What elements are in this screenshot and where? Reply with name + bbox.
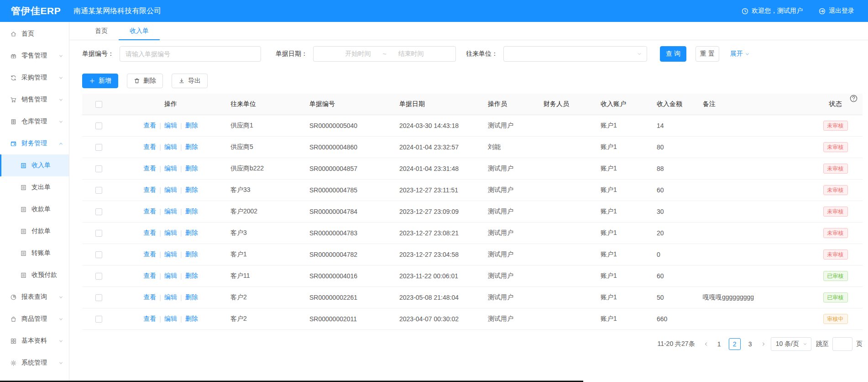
chevron-up-icon xyxy=(58,141,63,146)
action-divider: | xyxy=(159,251,161,258)
sidebar-item-expense[interactable]: 支出单 xyxy=(0,176,69,198)
cabinet-icon xyxy=(10,118,17,125)
row-checkbox[interactable] xyxy=(95,230,102,237)
row-checkbox[interactable] xyxy=(95,122,102,129)
counterpart-select[interactable] xyxy=(503,46,647,62)
action-divider: | xyxy=(159,315,161,323)
page-number-3[interactable]: 3 xyxy=(744,338,756,350)
jump-page-input[interactable] xyxy=(832,337,852,351)
row-action-view[interactable]: 查看 xyxy=(143,272,156,280)
row-action-view[interactable]: 查看 xyxy=(143,143,156,151)
date-label: 单据日期： xyxy=(276,50,308,58)
row-action-edit[interactable]: 编辑 xyxy=(164,250,177,259)
row-actions: 查看|编辑|删除 xyxy=(115,207,226,216)
row-checkbox[interactable] xyxy=(95,294,102,301)
cell-income-account: 账户1 xyxy=(596,315,652,323)
page-size-select[interactable]: 10 条/页 xyxy=(771,337,811,351)
action-divider: | xyxy=(180,165,182,172)
doc-icon xyxy=(20,228,27,235)
row-action-delete[interactable]: 删除 xyxy=(185,122,198,130)
date-separator: ~ xyxy=(382,50,386,58)
row-action-view[interactable]: 查看 xyxy=(143,250,156,259)
row-checkbox[interactable] xyxy=(95,187,102,194)
row-action-edit[interactable]: 编辑 xyxy=(164,293,177,302)
sidebar-item-receipt[interactable]: 收款单 xyxy=(0,198,69,220)
sidebar-item-warehouse[interactable]: 仓库管理 xyxy=(0,111,69,133)
row-action-delete[interactable]: 删除 xyxy=(185,315,198,323)
help-icon[interactable] xyxy=(849,94,858,103)
delete-button[interactable]: 删除 xyxy=(127,74,163,88)
row-action-view[interactable]: 查看 xyxy=(143,164,156,173)
bill-no-input[interactable] xyxy=(120,46,261,62)
cell-income-amount: 88 xyxy=(652,165,698,172)
row-action-delete[interactable]: 删除 xyxy=(185,207,198,216)
row-action-delete[interactable]: 删除 xyxy=(185,186,198,194)
row-action-view[interactable]: 查看 xyxy=(143,207,156,216)
sync-icon xyxy=(10,74,17,81)
tab-income[interactable]: 收入单 xyxy=(119,22,160,40)
sidebar-item-home[interactable]: 首页 xyxy=(0,23,69,45)
logout-button[interactable]: 退出登录 xyxy=(818,7,854,15)
row-action-edit[interactable]: 编辑 xyxy=(164,207,177,216)
row-action-edit[interactable]: 编辑 xyxy=(164,229,177,237)
row-checkbox[interactable] xyxy=(95,273,102,280)
row-action-edit[interactable]: 编辑 xyxy=(164,186,177,194)
row-action-view[interactable]: 查看 xyxy=(143,122,156,130)
sidebar-item-sales[interactable]: 销售管理 xyxy=(0,89,69,111)
row-action-edit[interactable]: 编辑 xyxy=(164,143,177,151)
select-all-checkbox[interactable] xyxy=(95,101,102,108)
row-action-delete[interactable]: 删除 xyxy=(185,164,198,173)
row-checkbox[interactable] xyxy=(95,144,102,151)
row-action-delete[interactable]: 删除 xyxy=(185,272,198,280)
sidebar-item-system[interactable]: 系统管理 xyxy=(0,352,69,374)
row-action-view[interactable]: 查看 xyxy=(143,293,156,302)
sidebar-item-finance[interactable]: 财务管理 xyxy=(0,133,69,154)
sidebar-item-prepaid[interactable]: 收预付款 xyxy=(0,264,69,286)
next-page-button[interactable] xyxy=(761,341,766,347)
row-action-view[interactable]: 查看 xyxy=(143,315,156,323)
date-end-placeholder[interactable]: 结束时间 xyxy=(398,50,424,58)
welcome-user[interactable]: 欢迎您，测试用户 xyxy=(741,7,803,15)
grid-icon xyxy=(10,338,17,345)
sidebar-item-transfer[interactable]: 转账单 xyxy=(0,242,69,264)
table-head: 操作往来单位单据编号单据日期操作员财务人员收入账户收入金额备注状态 xyxy=(82,94,863,115)
row-action-view[interactable]: 查看 xyxy=(143,229,156,237)
cell-income-account: 账户1 xyxy=(596,272,652,280)
row-action-delete[interactable]: 删除 xyxy=(185,143,198,151)
cell-bill-date: 2023-04-07 00:30:02 xyxy=(395,315,483,323)
sidebar-item-basic[interactable]: 基本资料 xyxy=(0,330,69,352)
row-action-view[interactable]: 查看 xyxy=(143,186,156,194)
table-row: 查看|编辑|删除客户2002SR000000047842023-12-27 23… xyxy=(82,201,863,223)
reset-button[interactable]: 重 置 xyxy=(695,46,719,62)
row-action-delete[interactable]: 删除 xyxy=(185,250,198,259)
row-checkbox[interactable] xyxy=(95,165,102,172)
sidebar-item-reports[interactable]: 报表查询 xyxy=(0,286,69,308)
page-number-1[interactable]: 1 xyxy=(713,338,725,350)
row-action-edit[interactable]: 编辑 xyxy=(164,122,177,130)
add-button[interactable]: 新增 xyxy=(82,74,118,88)
sidebar-item-goods[interactable]: 商品管理 xyxy=(0,308,69,330)
row-action-delete[interactable]: 删除 xyxy=(185,229,198,237)
export-button[interactable]: 导出 xyxy=(172,74,208,88)
row-action-edit[interactable]: 编辑 xyxy=(164,272,177,280)
row-action-edit[interactable]: 编辑 xyxy=(164,315,177,323)
row-action-delete[interactable]: 删除 xyxy=(185,293,198,302)
row-checkbox[interactable] xyxy=(95,251,102,258)
prev-page-button[interactable] xyxy=(703,341,709,347)
row-action-edit[interactable]: 编辑 xyxy=(164,164,177,173)
cell-income-account: 账户1 xyxy=(596,122,652,130)
pagination: 11-20 共27条 123 10 条/页 跳至 页 xyxy=(82,337,863,351)
tab-home[interactable]: 首页 xyxy=(84,22,119,40)
page-number-2[interactable]: 2 xyxy=(729,338,741,350)
date-range-picker[interactable]: 开始时间 ~ 结束时间 xyxy=(313,46,456,62)
sidebar-item-income[interactable]: 收入单 xyxy=(0,154,69,176)
sidebar-item-purchase[interactable]: 采购管理 xyxy=(0,67,69,89)
expand-link[interactable]: 展开 xyxy=(730,50,750,58)
row-checkbox[interactable] xyxy=(95,208,102,215)
sidebar-item-payment[interactable]: 付款单 xyxy=(0,220,69,242)
date-start-placeholder[interactable]: 开始时间 xyxy=(345,50,371,58)
table-row: 查看|编辑|删除供应商5SR000000048602024-01-04 23:3… xyxy=(82,137,863,158)
search-button[interactable]: 查 询 xyxy=(660,46,686,62)
sidebar-item-retail[interactable]: 零售管理 xyxy=(0,45,69,67)
row-checkbox[interactable] xyxy=(95,316,102,323)
